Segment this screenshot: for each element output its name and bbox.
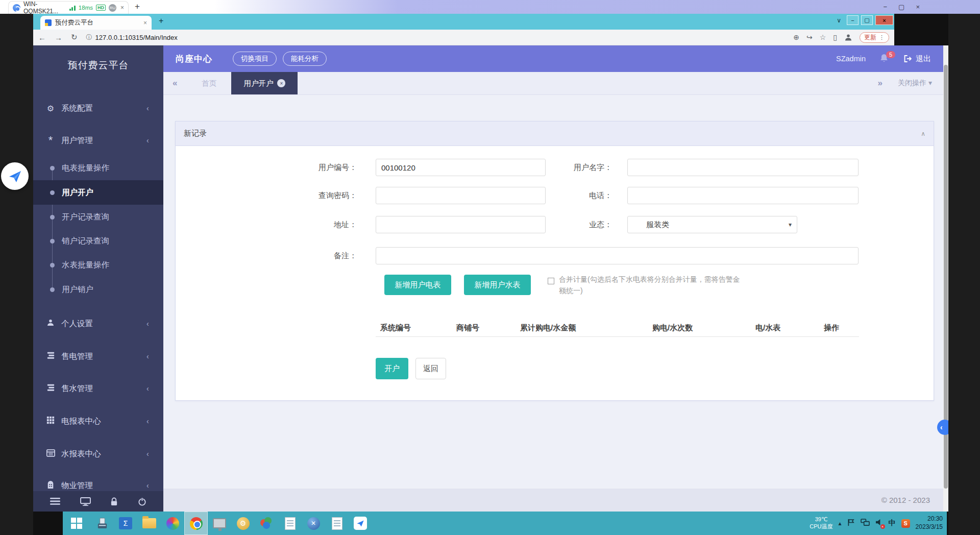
taskbar-admin-tools[interactable]: ✕ (302, 512, 325, 535)
windows-start-button[interactable] (63, 512, 90, 535)
forward-icon[interactable]: → (55, 33, 62, 42)
phone-input[interactable] (627, 187, 859, 204)
taskbar-chrome-active[interactable] (184, 512, 208, 535)
tab-home[interactable]: 首页 (186, 72, 231, 94)
browser-new-tab-button[interactable]: + (159, 16, 163, 26)
screen: WIN-OQMSK21... 18ms HD RU × + − ▢ × 预付费云… (0, 0, 980, 535)
share-icon[interactable]: ↪ (806, 33, 813, 41)
taskbar-notepad-2[interactable] (325, 512, 349, 535)
browser-update-button[interactable]: 更新 ⋮ (860, 32, 889, 43)
back-icon[interactable]: ← (38, 33, 46, 42)
hamburger-menu-icon[interactable] (50, 498, 60, 505)
bullet-dot-icon (50, 215, 55, 220)
profile-avatar-icon[interactable] (844, 33, 852, 41)
tray-expand-icon[interactable]: ▴ (839, 520, 842, 527)
browser-menu-icon[interactable]: ⋮ (879, 34, 885, 41)
taskbar-rings-app[interactable] (255, 512, 278, 535)
back-button[interactable]: 返回 (415, 358, 446, 379)
ime-indicator[interactable]: 中 (889, 519, 896, 528)
chevron-left-icon: ‹ (146, 136, 149, 144)
sidebar-item-electric-sales[interactable]: 售电管理 ‹ (33, 344, 163, 369)
sidebar-item-user-management[interactable]: * 用户管理 ‹ (33, 128, 163, 153)
zoom-icon[interactable]: ⊕ (793, 33, 799, 41)
taskbar-gold-gear-app[interactable]: ⚙ (231, 512, 255, 535)
sidebar-subitem-close-records[interactable]: 销户记录查询 (33, 229, 163, 253)
tab-close-icon[interactable]: × (277, 79, 285, 87)
taskbar-monitor-app[interactable] (208, 512, 231, 535)
merge-metering-checkbox[interactable] (548, 278, 554, 284)
user-name-input[interactable] (627, 159, 859, 176)
reload-icon[interactable]: ↻ (71, 33, 78, 42)
window-menu-icon[interactable]: ∨ (837, 17, 841, 24)
add-water-meter-button[interactable]: 新增用户水表 (464, 275, 531, 295)
collapse-panel-icon[interactable]: ∧ (921, 130, 925, 137)
chevron-left-icon: ‹ (940, 423, 943, 431)
scroll-tabs-right-icon[interactable]: » (878, 78, 883, 88)
energy-analysis-button[interactable]: 能耗分析 (283, 52, 327, 66)
client-minimize-button[interactable]: − (884, 3, 888, 11)
power-icon[interactable] (138, 497, 146, 506)
remote-desktop-viewport: 预付费云平台 × + ∨ − ▢ × ← → ↻ ⓘ 127.0.0.1:103… (33, 14, 948, 535)
signal-strength-icon (69, 5, 76, 11)
logout-icon (903, 55, 912, 63)
bullet-dot-icon (50, 190, 55, 195)
sidebar-item-system-config[interactable]: ⚙ 系统配置 ‹ (33, 96, 163, 120)
address-bar[interactable]: 127.0.0.1:10315/Main/Index (95, 34, 178, 41)
sidebar-item-water-reports[interactable]: 水报表中心 ‹ (33, 442, 163, 466)
browser-tab-close-icon[interactable]: × (143, 19, 147, 27)
username-label: SZadmin (836, 55, 866, 63)
taskbar-file-explorer[interactable] (137, 512, 161, 535)
page-scrollbar[interactable] (943, 45, 948, 512)
taskbar-powershell[interactable]: Σ (114, 512, 137, 535)
sidebar-item-electric-reports[interactable]: 电报表中心 ‹ (33, 409, 163, 433)
switch-project-button[interactable]: 切换项目 (233, 52, 277, 66)
browser-titlebar: 预付费云平台 × + ∨ − ▢ × (33, 14, 894, 30)
taskbar-notepad[interactable] (278, 512, 302, 535)
close-actions-dropdown[interactable]: 关闭操作 ▾ (898, 79, 932, 88)
lock-icon[interactable] (110, 497, 118, 506)
table-divider (376, 336, 859, 337)
sidebar-subitem-open-records[interactable]: 开户记录查询 (33, 205, 163, 229)
remote-session-tab[interactable]: WIN-OQMSK21... 18ms HD RU × (8, 1, 129, 14)
open-account-button[interactable]: 开户 (376, 358, 408, 379)
collapse-sidebar-ball[interactable]: ‹ (937, 420, 948, 435)
todesk-floating-ball[interactable] (1, 162, 29, 190)
scroll-tabs-left-icon[interactable]: « (163, 78, 186, 88)
notification-bell-icon[interactable]: 5 (879, 53, 890, 64)
window-close-button[interactable]: × (875, 15, 893, 25)
sidebar-item-personal-settings[interactable]: 个人设置 ‹ (33, 311, 163, 336)
taskbar-server-manager[interactable] (90, 512, 114, 535)
browser-tab[interactable]: 预付费云平台 × (40, 16, 152, 30)
close-session-icon[interactable]: × (120, 4, 124, 11)
window-minimize-button[interactable]: − (847, 15, 859, 25)
side-panel-icon[interactable]: ▯ (833, 33, 837, 41)
client-restore-button[interactable]: ▢ (898, 3, 904, 11)
client-close-button[interactable]: × (916, 3, 920, 11)
add-electric-meter-button[interactable]: 新增用户电表 (384, 275, 451, 295)
new-session-button[interactable]: + (135, 2, 140, 12)
browser-toolbar: ← → ↻ ⓘ 127.0.0.1:10315/Main/Index ⊕ ↪ ☆… (33, 30, 894, 45)
taskbar-color-app[interactable] (161, 512, 184, 535)
taskbar-todesk[interactable] (349, 512, 372, 535)
business-type-select[interactable]: 服装类 ▾ (627, 216, 797, 233)
app-header: 尚座中心 切换项目 能耗分析 SZadmin 5 退出 (163, 45, 943, 72)
site-info-icon[interactable]: ⓘ (86, 33, 92, 42)
sidebar-subitem-water-batch[interactable]: 水表批量操作 (33, 253, 163, 277)
sidebar-subitem-meter-batch[interactable]: 电表批量操作 (33, 156, 163, 180)
sogou-ime-icon[interactable]: S (901, 519, 910, 528)
sidebar-subitem-cancel-account[interactable]: 用户销户 (33, 277, 163, 302)
logout-button[interactable]: 退出 (903, 54, 931, 64)
remark-input[interactable] (376, 247, 859, 264)
tab-open-account[interactable]: 用户开户 × (231, 72, 298, 94)
bookmark-star-icon[interactable]: ☆ (820, 33, 826, 41)
monitor-icon[interactable] (80, 497, 91, 506)
sidebar-subitem-open-account[interactable]: 用户开户 (33, 180, 163, 205)
sidebar-item-water-sales[interactable]: 售水管理 ‹ (33, 376, 163, 401)
network-icon[interactable] (861, 519, 870, 528)
remote-client-titlebar: WIN-OQMSK21... 18ms HD RU × + − ▢ × (0, 0, 980, 14)
window-restore-button[interactable]: ▢ (861, 15, 873, 25)
taskbar-clock[interactable]: 20:30 2023/3/15 (916, 515, 943, 531)
flag-action-center-icon[interactable] (847, 519, 855, 528)
speaker-muted-icon[interactable]: × (875, 519, 883, 528)
panel-title: 新记录 (184, 129, 207, 138)
